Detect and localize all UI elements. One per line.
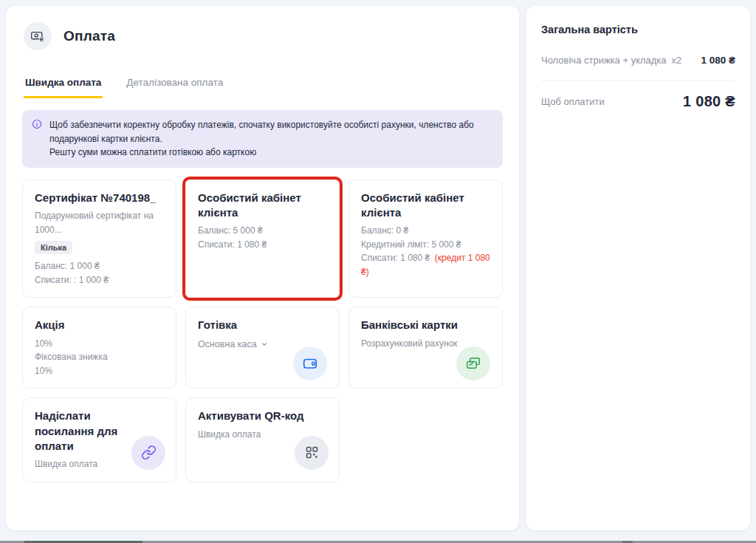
credit-limit-line: Кредитний ліміт: 5 000 ₴: [361, 238, 490, 252]
summary-divider: [541, 81, 735, 81]
charge-line: Списати: 1 080 ₴: [198, 238, 327, 252]
to-pay-label: Щоб оплатити: [541, 96, 605, 107]
promo-type: Фіксована знижка: [35, 350, 164, 364]
qr-code-icon: [304, 445, 320, 460]
promo-percent: 10%: [35, 337, 164, 351]
total-cost-panel: Загальна вартість Чоловіча стрижка + укл…: [526, 6, 750, 530]
card-promo[interactable]: Акція 10% Фіксована знижка 10%: [22, 307, 176, 389]
wallet-icon: [302, 355, 318, 372]
balance-line: Баланс: 5 000 ₴: [198, 224, 327, 238]
card-subtitle: Подарунковий сертифікат на 1000...: [35, 209, 164, 236]
multiple-badge: Кілька: [35, 241, 72, 254]
money-payment-icon: [24, 22, 52, 50]
payment-panel: Оплата Швидка оплата Деталізована оплата…: [6, 6, 519, 530]
info-banner-line2: Решту суми можна сплатити готівкою або к…: [49, 146, 488, 160]
card-cash[interactable]: Готівка Основна каса: [185, 307, 340, 389]
card-activate-qr[interactable]: Активувати QR-код Швидка оплата: [185, 397, 340, 482]
info-banner-line1: Щоб забезпечити коректну обробку платежі…: [49, 118, 488, 146]
link-icon: [141, 445, 157, 460]
wallet-icon-button[interactable]: [293, 346, 327, 380]
service-name: Чоловіча стрижка + укладкаx2: [541, 55, 681, 66]
card-personal-account-credit[interactable]: Особистий кабінет клієнта Баланс: 0 ₴ Кр…: [348, 180, 503, 298]
card-title: Активувати QR-код: [198, 409, 327, 423]
promo-value: 10%: [35, 364, 164, 378]
balance-line: Баланс: 1 000 ₴: [35, 259, 164, 273]
summary-line-item: Чоловіча стрижка + укладкаx2 1 080 ₴: [541, 55, 735, 66]
charge-amount: Списати: 1 080 ₴: [361, 253, 430, 263]
service-price: 1 080 ₴: [701, 55, 735, 66]
card-title: Особистий кабінет клієнта: [361, 191, 490, 221]
tab-quick-payment[interactable]: Швидка оплата: [24, 77, 103, 98]
service-name-text: Чоловіча стрижка + укладка: [541, 55, 667, 66]
service-quantity: x2: [672, 55, 682, 66]
card-certificate[interactable]: Сертифікат №740198_ Подарунковий сертифі…: [22, 180, 176, 298]
payment-header: Оплата: [24, 22, 507, 50]
card-personal-account[interactable]: Особистий кабінет клієнта Баланс: 5 000 …: [185, 180, 340, 298]
link-icon-button[interactable]: [131, 436, 165, 470]
bank-cards-icon: [465, 355, 481, 372]
money-payment-icon: [30, 29, 45, 44]
payment-methods-grid: Сертифікат №740198_ Подарунковий сертифі…: [22, 180, 503, 482]
card-payment-link[interactable]: Надіслати посилання для оплати Швидка оп…: [22, 397, 176, 482]
chevron-down-icon: [261, 341, 268, 348]
card-title: Особистий кабінет клієнта: [198, 191, 327, 221]
card-bank-cards[interactable]: Банківські картки Розрахунковий рахунок: [348, 307, 503, 389]
qr-code-icon-button[interactable]: [295, 436, 329, 470]
page-title: Оплата: [63, 28, 115, 44]
info-banner: Щоб забезпечити коректну обробку платежі…: [22, 110, 503, 168]
cash-register-dropdown[interactable]: Основна каса: [198, 339, 268, 349]
bank-cards-icon-button[interactable]: [456, 346, 490, 380]
charge-line: Списати: 1 080 ₴ (кредит 1 080 ₴): [361, 251, 490, 279]
card-title: Акція: [35, 318, 164, 332]
tab-detailed-payment[interactable]: Деталізована оплата: [125, 77, 224, 98]
info-icon: [32, 119, 42, 134]
charge-line: Списати: : 1 000 ₴: [35, 273, 164, 287]
to-pay-amount: 1 080 ₴: [683, 93, 735, 110]
card-title: Сертифікат №740198_: [35, 191, 164, 205]
total-cost-title: Загальна вартість: [541, 24, 735, 35]
cash-register-value: Основна каса: [198, 339, 257, 349]
summary-total-row: Щоб оплатити 1 080 ₴: [541, 93, 735, 110]
payment-tabs: Швидка оплата Деталізована оплата: [24, 77, 507, 98]
balance-line: Баланс: 0 ₴: [361, 224, 490, 238]
card-title: Надіслати посилання для оплати: [35, 409, 129, 454]
card-title: Готівка: [198, 318, 327, 332]
card-title: Банківські картки: [361, 318, 490, 332]
